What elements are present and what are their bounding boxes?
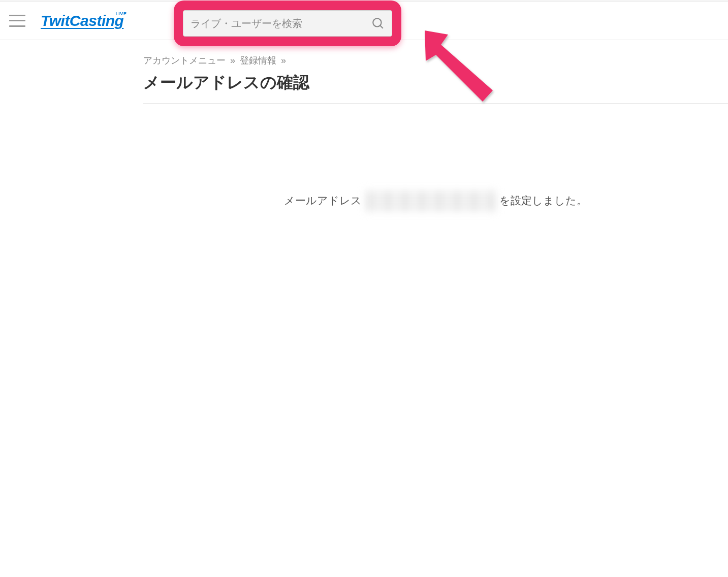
breadcrumb: アカウントメニュー » 登録情報 »	[143, 54, 728, 67]
breadcrumb-separator: »	[281, 55, 286, 66]
header: TwitCasting LIVE	[0, 2, 728, 40]
page-title: メールアドレスの確認	[143, 72, 728, 94]
redacted-email	[366, 191, 496, 211]
search-icon[interactable]	[371, 17, 385, 30]
logo-text: TwitCasting	[41, 12, 123, 29]
logo[interactable]: TwitCasting LIVE	[41, 12, 123, 29]
logo-live-badge: LIVE	[115, 11, 126, 16]
message-suffix: を設定しました。	[497, 195, 588, 206]
message-prefix: メールアドレス	[284, 195, 365, 206]
breadcrumb-item-account-menu[interactable]: アカウントメニュー	[143, 55, 226, 66]
breadcrumb-separator: »	[230, 55, 235, 66]
breadcrumb-item-registration-info[interactable]: 登録情報	[240, 55, 276, 66]
search-highlight-annotation	[174, 1, 401, 46]
menu-hamburger-icon[interactable]	[9, 15, 25, 27]
svg-line-1	[380, 25, 383, 28]
main-content: アカウントメニュー » 登録情報 » メールアドレスの確認 メールアドレス を設…	[0, 40, 728, 211]
svg-point-0	[373, 18, 381, 26]
search-box[interactable]	[183, 10, 392, 37]
search-input[interactable]	[191, 18, 371, 29]
confirmation-message: メールアドレス を設定しました。	[143, 104, 728, 211]
